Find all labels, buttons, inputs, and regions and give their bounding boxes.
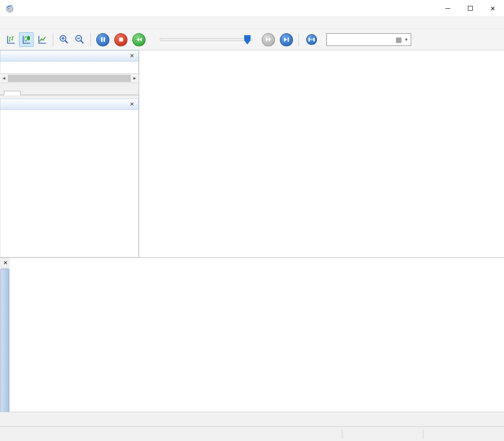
data-window-body <box>0 110 139 257</box>
minimize-icon[interactable] <box>437 0 459 17</box>
scroll-left-icon[interactable]: ◄ <box>0 76 8 81</box>
toolbox-close-icon[interactable]: ✕ <box>2 260 9 266</box>
market-watch-header: ✕ <box>0 50 139 62</box>
toolbar: ▦ ▼ <box>0 29 504 50</box>
app-icon <box>5 3 15 13</box>
chart-candles-button[interactable] <box>19 32 34 47</box>
rewind-button[interactable] <box>132 33 146 46</box>
calendar-icon[interactable]: ▦ <box>396 36 402 43</box>
tab-symbols[interactable] <box>4 91 21 95</box>
maximize-icon[interactable] <box>459 0 482 17</box>
scroll-thumb[interactable] <box>8 75 131 82</box>
market-watch-tabs <box>0 83 139 95</box>
stop-button[interactable] <box>114 33 127 46</box>
speed-slider[interactable] <box>160 38 252 41</box>
tab-ticks[interactable] <box>21 91 36 95</box>
left-sidebar: ✕ ◄ ► ✕ <box>0 50 139 257</box>
strategy-tester-window: ✕ <box>0 0 504 441</box>
fast-forward-button <box>262 33 275 46</box>
tools-strip[interactable] <box>0 269 9 412</box>
slider-handle[interactable] <box>244 35 251 44</box>
scroll-right-icon[interactable]: ► <box>131 76 139 81</box>
zoom-in-icon[interactable] <box>57 32 71 47</box>
market-watch-columns <box>0 62 139 74</box>
step-forward-button[interactable] <box>280 33 293 46</box>
scroll-to-button[interactable] <box>304 34 326 45</box>
scroll-to-icon <box>306 34 317 45</box>
market-watch-close-icon[interactable]: ✕ <box>128 53 135 59</box>
menu-bar <box>0 17 504 29</box>
zoom-out-icon[interactable] <box>72 32 87 47</box>
chart-panel[interactable] <box>139 50 504 257</box>
data-window-close-icon[interactable]: ✕ <box>128 101 135 107</box>
pause-button[interactable] <box>96 33 109 46</box>
toolbox-tabs <box>0 412 504 426</box>
status-bar <box>0 426 504 441</box>
history-table-wrap <box>10 258 504 412</box>
chevron-down-icon[interactable]: ▼ <box>404 38 408 42</box>
chart-canvas[interactable] <box>139 50 504 257</box>
chart-line-button[interactable] <box>35 32 49 47</box>
title-bar: ✕ <box>0 0 504 17</box>
data-window-header: ✕ <box>0 99 139 110</box>
market-watch-hscrollbar[interactable]: ◄ ► <box>0 74 139 83</box>
close-icon[interactable]: ✕ <box>482 0 504 17</box>
chart-bars-button[interactable] <box>3 32 18 47</box>
toolbox-panel: ✕ <box>0 257 504 426</box>
scroll-date-input[interactable]: ▦ ▼ <box>326 33 411 46</box>
